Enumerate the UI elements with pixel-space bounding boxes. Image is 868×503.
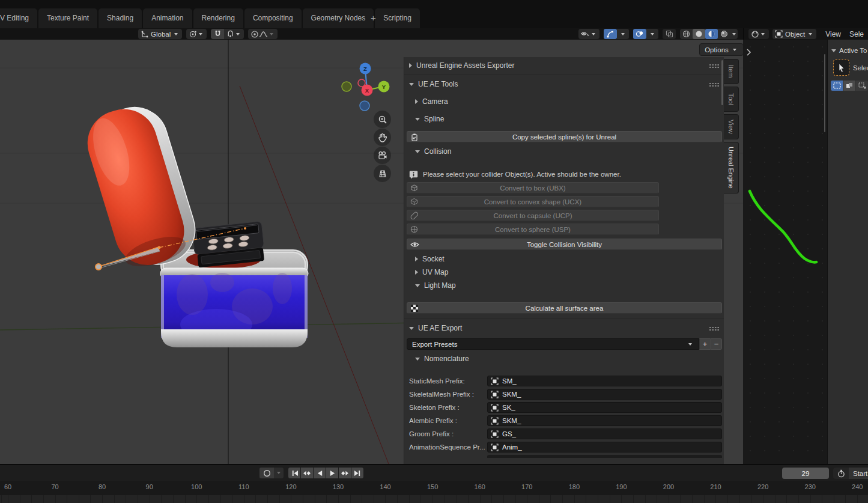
prev-keyframe-button[interactable] (301, 468, 313, 478)
select-menu[interactable]: Sele (845, 30, 868, 38)
object-data-icon (491, 417, 499, 425)
show-gizmo-toggle[interactable] (604, 29, 617, 39)
calculate-surface-area-button[interactable]: Calculate all surface area (407, 302, 722, 314)
transform-orientation-dropdown[interactable]: Global (138, 29, 182, 39)
prefix-input[interactable]: Anim_ (487, 442, 722, 453)
frame-start-field[interactable]: Start (833, 468, 868, 479)
panel-header-export[interactable]: UE AE Export (404, 322, 724, 335)
sidebar-tab-unreal-engine[interactable]: Unreal Engine (724, 142, 739, 194)
workspace-tab-v-editing[interactable]: V Editing (0, 8, 37, 28)
pan-button[interactable] (374, 129, 391, 146)
next-keyframe-button[interactable] (339, 468, 351, 478)
secondary-viewport[interactable] (743, 40, 827, 464)
snap-toggle-button[interactable] (211, 29, 224, 39)
play-reverse-button[interactable] (314, 468, 326, 478)
convert-to-sphere-button[interactable]: Convert to sphere (USP) (407, 224, 659, 235)
play-button[interactable] (326, 468, 338, 478)
prefix-input[interactable]: SM_ (487, 376, 722, 386)
toggle-collision-visibility-button[interactable]: Toggle Collision Visibility (407, 239, 722, 250)
add-preset-button[interactable]: + (699, 338, 711, 350)
lunchbox-lid[interactable] (79, 98, 204, 275)
gizmo-dropdown[interactable] (617, 29, 629, 39)
scrollbar[interactable] (824, 54, 825, 132)
select-tool-label: Selec (853, 64, 868, 72)
select-mode-extend-button[interactable] (843, 81, 855, 91)
toggle-grid-button[interactable] (374, 165, 391, 182)
sidebar-tab-item[interactable]: Item (724, 59, 739, 84)
editor-type-dropdown[interactable] (748, 29, 769, 39)
auto-keying-dropdown[interactable] (274, 468, 284, 478)
copy-spline-button[interactable]: Copy selected spline(s) for Unreal (407, 131, 722, 142)
subpanel-socket[interactable]: Socket (404, 252, 724, 266)
chevron-down-icon (651, 33, 654, 35)
prefix-label: Alembic Prefix : (409, 417, 487, 424)
select-box-tool-button[interactable] (833, 59, 849, 76)
workspace-tab-texture-paint[interactable]: Texture Paint (38, 8, 97, 28)
prefix-input[interactable]: SK_ (487, 402, 722, 413)
convert-to-convex-button[interactable]: Convert to convex shape (UCX) (407, 196, 659, 207)
workspace-tab-geometry-nodes[interactable]: Geometry Nodes (303, 8, 374, 28)
prefix-input[interactable]: SKM_ (487, 389, 722, 400)
zoom-button[interactable] (374, 111, 391, 128)
workspace-tab-shading[interactable]: Shading (99, 8, 142, 28)
expand-panel-arrow-icon[interactable] (745, 48, 751, 56)
black-device[interactable] (192, 221, 266, 268)
shading-wireframe-button[interactable] (680, 29, 693, 39)
sidebar-tab-view[interactable]: View (724, 114, 739, 139)
convert-to-box-button[interactable]: Convert to box (UBX) (407, 182, 659, 194)
prefix-input[interactable]: SKM_ (487, 415, 722, 426)
workspace-tab-animation[interactable]: Animation (143, 8, 192, 28)
object-visibility-dropdown[interactable] (578, 29, 599, 39)
viewport-3d[interactable]: Z Y X (0, 40, 743, 464)
workspace-tabs: V EditingTexture PaintShadingAnimationRe… (0, 8, 421, 28)
current-frame-field[interactable]: 29 (782, 468, 829, 479)
timeline-ruler[interactable]: 6070809010011012013014015016017018019020… (0, 481, 868, 495)
view-menu[interactable]: View (821, 30, 845, 38)
proportional-editing-group[interactable] (248, 29, 278, 39)
prefix-row-alembic-prefix: Alembic Prefix :SKM_ (404, 414, 724, 427)
shading-solid-button[interactable] (693, 29, 705, 39)
subpanel-camera[interactable]: Camera (404, 95, 724, 108)
subpanel-nomenclature[interactable]: Nomenclature (404, 352, 724, 365)
auto-keying-toggle[interactable] (259, 468, 274, 478)
spline-handle-point[interactable] (96, 264, 102, 270)
subpanel-uv-map[interactable]: UV Map (404, 266, 724, 279)
panel-drag-handle[interactable] (709, 64, 719, 68)
convert-to-capsule-button[interactable]: Convert to capsule (UCP) (407, 210, 659, 221)
jump-to-end-button[interactable] (351, 468, 363, 478)
active-tool-header[interactable]: Active To (828, 40, 868, 54)
subpanel-light-map[interactable]: Light Map (404, 279, 724, 292)
xray-toggle[interactable] (663, 29, 676, 39)
select-mode-subtract-button[interactable] (856, 81, 868, 91)
panel-scrollbar[interactable] (721, 60, 723, 105)
select-mode-new-button[interactable] (831, 81, 843, 91)
overlays-dropdown[interactable] (646, 29, 658, 39)
sidebar-tab-tool[interactable]: Tool (724, 87, 739, 112)
snap-increment-icon (226, 30, 234, 38)
shading-material-button[interactable] (705, 29, 718, 39)
pivot-point-dropdown[interactable] (186, 29, 207, 39)
panel-header-exporter[interactable]: Unreal Engine Assets Exporter (404, 59, 724, 72)
export-presets-dropdown[interactable]: Export Presets (407, 338, 699, 350)
gizmo-minus-y[interactable] (342, 82, 351, 91)
jump-to-start-button[interactable] (288, 468, 300, 478)
panel-drag-handle[interactable] (709, 82, 719, 87)
camera-view-button[interactable] (374, 147, 391, 164)
workspace-tab-compositing[interactable]: Compositing (244, 8, 302, 28)
panel-header-tools[interactable]: UE AE Tools (404, 78, 724, 91)
shading-rendered-button[interactable] (718, 29, 730, 39)
prefix-input[interactable]: GS_ (487, 428, 722, 439)
snap-target-dropdown[interactable] (224, 29, 244, 39)
show-overlays-toggle[interactable] (633, 29, 646, 39)
subpanel-spline[interactable]: Spline (404, 112, 724, 126)
navigation-gizmo[interactable]: Z Y X (342, 63, 390, 111)
gizmo-minus-z[interactable] (360, 101, 369, 111)
remove-preset-button[interactable]: − (711, 338, 722, 350)
mode-dropdown[interactable]: Object (772, 29, 816, 39)
panel-drag-handle[interactable] (709, 326, 719, 331)
workspace-tab-rendering[interactable]: Rendering (193, 8, 243, 28)
add-workspace-button[interactable]: + (365, 8, 382, 28)
options-dropdown[interactable]: Options (699, 43, 743, 56)
subpanel-collision[interactable]: Collision (404, 145, 724, 158)
timeline-track[interactable] (0, 495, 868, 503)
